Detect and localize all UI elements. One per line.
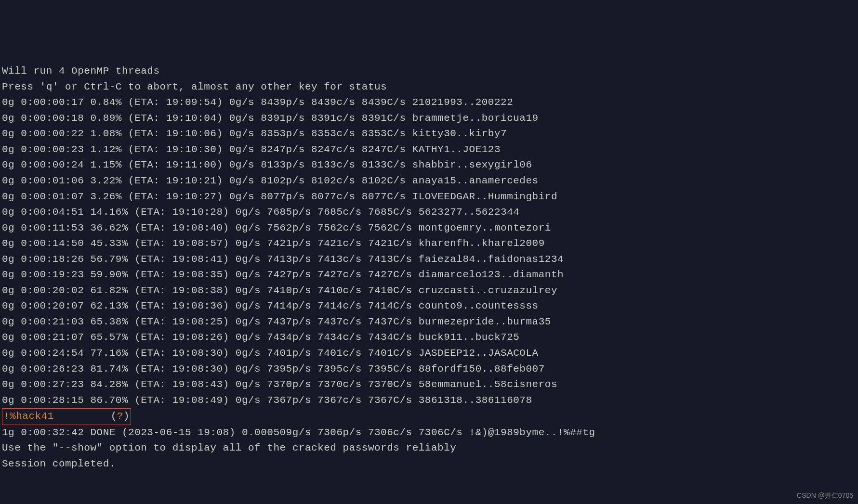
- progress-line: 0g 0:00:14:50 45.33% (ETA: 19:08:57) 0g/…: [2, 236, 856, 252]
- progress-line: 0g 0:00:21:03 65.38% (ETA: 19:08:25) 0g/…: [2, 314, 856, 330]
- cracked-password-line: !%hack41 (?): [2, 408, 856, 425]
- progress-line: 0g 0:00:24:54 77.16% (ETA: 19:08:30) 0g/…: [2, 346, 856, 362]
- progress-line: 0g 0:00:11:53 36.62% (ETA: 19:08:40) 0g/…: [2, 220, 856, 236]
- paren-close: ): [123, 411, 130, 422]
- progress-line: 0g 0:00:00:24 1.15% (ETA: 19:11:00) 0g/s…: [2, 157, 856, 173]
- header-threads: Will run 4 OpenMP threads: [2, 64, 856, 79]
- progress-line: 0g 0:00:19:23 59.90% (ETA: 19:08:35) 0g/…: [2, 267, 856, 283]
- progress-line: 0g 0:00:01:07 3.26% (ETA: 19:10:27) 0g/s…: [2, 189, 856, 205]
- progress-line: 0g 0:00:01:06 3.22% (ETA: 19:10:21) 0g/s…: [2, 173, 856, 189]
- progress-line: 0g 0:00:20:07 62.13% (ETA: 19:08:36) 0g/…: [2, 298, 856, 314]
- cracked-password: !%hack41: [3, 411, 54, 422]
- paren-open: (: [111, 411, 117, 422]
- progress-line: 0g 0:00:00:17 0.84% (ETA: 19:09:54) 0g/s…: [2, 95, 856, 111]
- done-line: 1g 0:00:32:42 DONE (2023-06-15 19:08) 0.…: [2, 425, 856, 441]
- user-hint: ?: [117, 411, 123, 422]
- highlight-box: !%hack41 (?): [2, 408, 131, 425]
- progress-line: 0g 0:00:00:23 1.12% (ETA: 19:10:30) 0g/s…: [2, 142, 856, 158]
- watermark: CSDN @井仁0705: [797, 491, 853, 501]
- show-hint-line: Use the "--show" option to display all o…: [2, 440, 856, 456]
- progress-line: 0g 0:00:00:22 1.08% (ETA: 19:10:06) 0g/s…: [2, 126, 856, 142]
- progress-line: 0g 0:00:27:23 84.28% (ETA: 19:08:43) 0g/…: [2, 377, 856, 393]
- progress-line: 0g 0:00:20:02 61.82% (ETA: 19:08:38) 0g/…: [2, 283, 856, 299]
- progress-line: 0g 0:00:00:18 0.89% (ETA: 19:10:04) 0g/s…: [2, 111, 856, 127]
- progress-line: 0g 0:00:18:26 56.79% (ETA: 19:08:41) 0g/…: [2, 252, 856, 268]
- progress-line: 0g 0:00:28:15 86.70% (ETA: 19:08:49) 0g/…: [2, 393, 856, 409]
- header-abort-hint: Press 'q' or Ctrl-C to abort, almost any…: [2, 79, 856, 95]
- spacer: [54, 411, 111, 422]
- terminal-output: Will run 4 OpenMP threadsPress 'q' or Ct…: [2, 64, 856, 472]
- progress-line: 0g 0:00:04:51 14.16% (ETA: 19:10:28) 0g/…: [2, 205, 856, 220]
- session-completed: Session completed.: [2, 456, 856, 472]
- progress-line: 0g 0:00:26:23 81.74% (ETA: 19:08:30) 0g/…: [2, 362, 856, 377]
- progress-line: 0g 0:00:21:07 65.57% (ETA: 19:08:26) 0g/…: [2, 330, 856, 346]
